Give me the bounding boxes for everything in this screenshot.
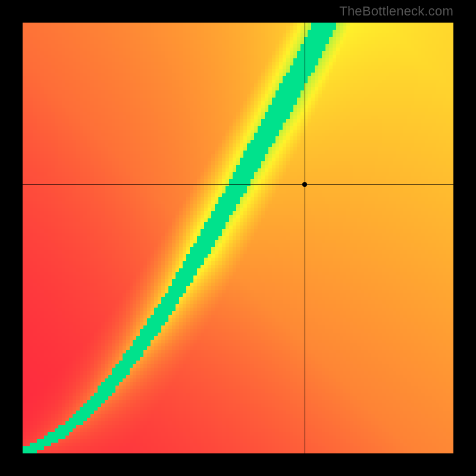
watermark-text: TheBottleneck.com [339,4,453,19]
heatmap-plot [23,23,453,453]
chart-container: TheBottleneck.com [0,0,476,476]
heatmap-ridge [23,23,453,453]
